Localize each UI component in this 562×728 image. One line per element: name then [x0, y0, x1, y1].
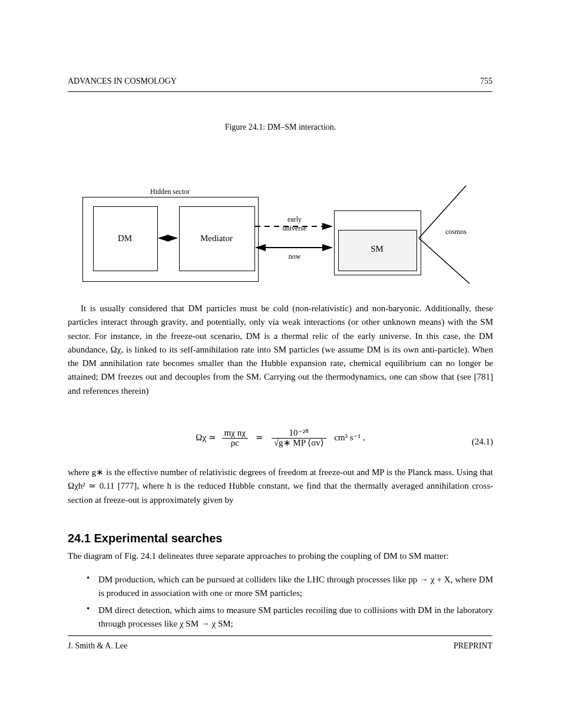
- svg-line-4: [419, 238, 470, 284]
- cosmos-label: cosmos: [445, 228, 487, 236]
- paragraph-1: It is usually considered that DM particl…: [68, 302, 493, 398]
- paragraph-2: where g∗ is the effective number of rela…: [68, 466, 493, 507]
- arrow-label-early: early universe: [259, 215, 330, 233]
- footer-right: PREPRINT: [454, 641, 492, 651]
- footer-left: J. Smith & A. Lee: [68, 641, 127, 651]
- bullet-2-marker: •: [87, 604, 90, 614]
- section-heading: 24.1 Experimental searches: [68, 529, 493, 548]
- section-intro: The diagram of Fig. 24.1 delineates thre…: [68, 549, 493, 563]
- arrow-label-now: now: [259, 252, 330, 261]
- equation-number: (24.1): [68, 435, 493, 449]
- bullet-1-text: DM production, which can be pursued at c…: [98, 573, 493, 601]
- bullet-2-text: DM direct detection, which aims to measu…: [98, 604, 493, 631]
- bullet-1-marker: •: [87, 573, 90, 583]
- footer-rule: [68, 635, 492, 636]
- figure-caption: Figure 24.1: DM–SM interaction.: [68, 122, 493, 133]
- figure-arrows: SM dashed (early universe) --> SM solid …: [0, 0, 562, 354]
